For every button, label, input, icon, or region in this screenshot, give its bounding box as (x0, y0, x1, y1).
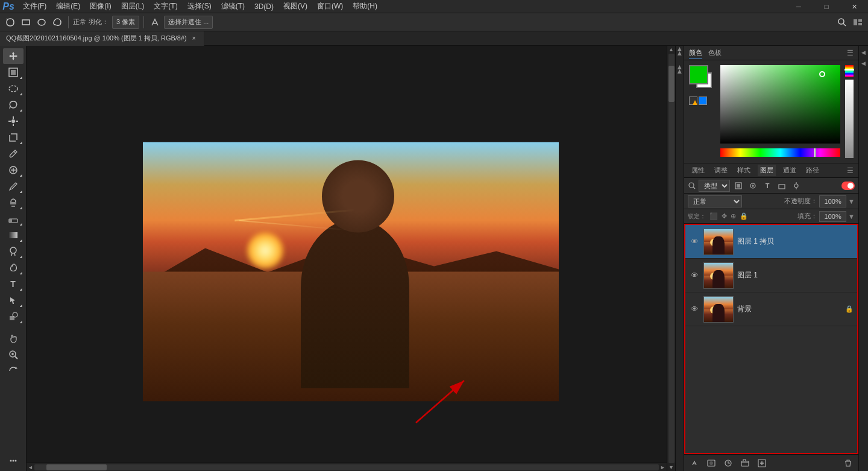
tab-close-button[interactable]: × (190, 35, 198, 42)
minimize-button[interactable]: ─ (785, 0, 813, 13)
create-group-button[interactable] (738, 457, 752, 469)
web-safe-icon[interactable] (699, 96, 707, 105)
tab-color[interactable]: 颜色 (689, 47, 702, 59)
tool-zoom[interactable] (3, 347, 24, 362)
tool-pen[interactable] (3, 260, 24, 276)
add-mask-button[interactable] (705, 457, 718, 469)
tool-gradient[interactable] (3, 227, 24, 243)
tool-rectangle-icon[interactable] (19, 16, 33, 29)
scroll-up-btn[interactable]: ▲ (668, 46, 674, 52)
add-adjustment-button[interactable] (722, 457, 735, 469)
spectrum-strip[interactable] (845, 65, 854, 77)
create-layer-button[interactable] (755, 457, 769, 469)
layer-visibility-bg[interactable]: 👁 (689, 304, 700, 315)
menu-image[interactable]: 图像(I) (85, 0, 116, 13)
menu-3d[interactable]: 3D(D) (250, 1, 278, 12)
tab-properties[interactable]: 属性 (689, 165, 707, 176)
tab-channels[interactable]: 通道 (781, 165, 799, 176)
tab-layers[interactable]: 图层 (758, 165, 776, 176)
blend-mode-dropdown[interactable]: 正常 (688, 195, 742, 207)
fill-arrow[interactable]: ▼ (848, 213, 855, 220)
filter-icon-adjust[interactable] (747, 180, 759, 192)
filter-icon-type[interactable]: T (761, 180, 773, 192)
search-icon[interactable] (835, 16, 849, 29)
layer-item-background[interactable]: 👁 背景 🔒 (685, 292, 857, 326)
tab-paths[interactable]: 路径 (804, 165, 822, 176)
layers-panel-menu[interactable]: ☰ (847, 166, 854, 175)
tool-shape[interactable] (3, 309, 24, 324)
menu-help[interactable]: 帮助(H) (348, 0, 382, 13)
tab-styles[interactable]: 样式 (735, 165, 753, 176)
collapse-mid-btn[interactable]: ◀◀ (677, 65, 683, 74)
scroll-right-btn[interactable]: ► (660, 464, 665, 470)
select-mask-button[interactable]: 选择并遮住 ... (164, 16, 213, 29)
menu-select[interactable]: 选择(S) (183, 0, 216, 13)
maximize-button[interactable]: □ (813, 0, 840, 13)
tool-crop[interactable] (3, 130, 24, 145)
tool-lasso[interactable] (3, 97, 24, 113)
menu-file[interactable]: 文件(F) (18, 0, 51, 13)
tool-hand[interactable] (3, 330, 24, 346)
menu-edit[interactable]: 编辑(E) (51, 0, 85, 13)
canvas-image[interactable] (143, 142, 559, 401)
tool-brush[interactable] (3, 179, 24, 194)
add-fx-button[interactable] (688, 457, 701, 469)
tool-custom-icon[interactable] (51, 16, 64, 29)
panel-menu-btn[interactable]: ☰ (847, 49, 854, 57)
narrow-arrow-1[interactable]: ◀ (860, 48, 868, 57)
filter-type-dropdown[interactable]: 类型 (699, 180, 730, 192)
tool-circle-icon[interactable] (35, 16, 48, 29)
lock-artboard[interactable]: ⊕ (731, 212, 736, 220)
scroll-down-btn[interactable]: ▼ (668, 464, 674, 470)
tab-swatches[interactable]: 色板 (708, 47, 722, 58)
document-tab[interactable]: QQ截图20201021160504.jpg @ 100% (图层 1 拷贝, … (0, 31, 204, 46)
fill-input[interactable] (819, 211, 846, 222)
layer-item-1[interactable]: 👁 图层 1 (685, 259, 857, 292)
tool-dodge[interactable] (3, 244, 24, 259)
tool-marquee[interactable] (3, 81, 24, 96)
narrow-arrow-2[interactable]: ◀ (860, 59, 868, 68)
collapse-top-btn[interactable]: ◀◀ (677, 47, 683, 55)
tool-eraser[interactable] (3, 211, 24, 227)
lock-all[interactable]: 🔒 (740, 212, 748, 220)
menu-view[interactable]: 视图(V) (278, 0, 312, 13)
filter-icon-pixel[interactable] (732, 180, 744, 192)
opacity-input[interactable] (819, 195, 846, 207)
hue-slider[interactable] (720, 148, 840, 157)
scroll-thumb-h[interactable] (46, 464, 107, 470)
antialiasing-icon[interactable] (148, 16, 162, 29)
feather-value[interactable]: 3 像素 (112, 16, 139, 29)
menu-filter[interactable]: 滤镜(T) (216, 0, 250, 13)
filter-icon-shape[interactable] (776, 180, 788, 192)
menu-layer[interactable]: 图层(L) (116, 0, 149, 13)
tool-path-select[interactable] (3, 292, 24, 308)
tool-heal[interactable] (3, 162, 24, 178)
tool-artboard[interactable] (3, 65, 24, 80)
layer-visibility-1[interactable]: 👁 (689, 270, 700, 281)
layer-visibility-copy[interactable]: 👁 (689, 236, 700, 247)
scroll-left-btn[interactable]: ◄ (28, 464, 33, 470)
tool-rotate-view[interactable] (3, 363, 24, 379)
panels-icon[interactable] (851, 16, 864, 29)
tool-stamp[interactable] (3, 195, 24, 210)
delete-layer-button[interactable] (841, 457, 855, 469)
lock-position[interactable]: ✥ (722, 212, 727, 220)
tool-wand[interactable] (3, 113, 24, 129)
saturation-strip[interactable] (845, 80, 854, 158)
tool-lasso-icon[interactable] (4, 16, 17, 29)
warning-icon[interactable] (689, 96, 697, 105)
filter-toggle[interactable] (841, 182, 855, 190)
scroll-thumb-v[interactable] (668, 66, 675, 102)
foreground-color[interactable] (689, 65, 708, 84)
layer-item-copy[interactable]: 👁 图层 1 拷贝 (685, 225, 857, 259)
opacity-arrow[interactable]: ▼ (848, 198, 855, 205)
tool-move[interactable] (3, 48, 24, 64)
tool-type[interactable]: T (3, 276, 24, 292)
filter-icon-effect[interactable] (790, 180, 802, 192)
tab-adjustments[interactable]: 调整 (712, 165, 730, 176)
canvas-area[interactable]: ▲ ▼ ◄ ► (27, 46, 675, 471)
color-spectrum[interactable] (720, 65, 840, 144)
close-button[interactable]: ✕ (840, 0, 868, 13)
menu-text[interactable]: 文字(T) (149, 0, 182, 13)
tool-eyedrop[interactable] (3, 146, 24, 162)
